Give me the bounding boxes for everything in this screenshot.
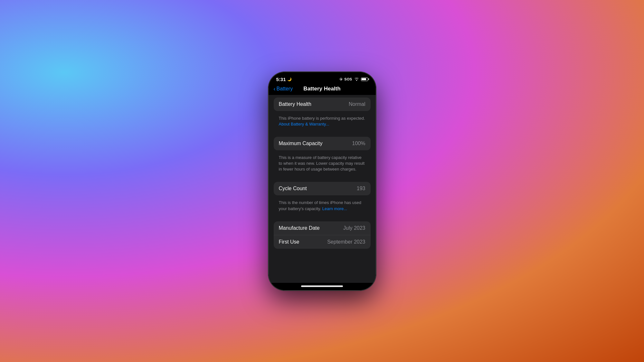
moon-icon: 🌙 (287, 77, 292, 81)
phone-frame: 5:31 🌙 SOS (268, 72, 376, 291)
home-indicator (269, 283, 376, 290)
cycle-count-value: 193 (357, 186, 365, 191)
first-use-label: First Use (279, 239, 299, 245)
cycle-count-label: Cycle Count (279, 186, 307, 191)
battery-health-card: Battery Health Normal (274, 97, 371, 111)
maximum-capacity-value: 100% (352, 141, 365, 146)
table-row: Battery Health Normal (274, 97, 371, 111)
manufacture-date-value: July 2023 (343, 225, 365, 231)
first-use-value: September 2023 (327, 239, 365, 245)
learn-more-link[interactable]: Learn more... (322, 206, 347, 211)
battery-health-value: Normal (349, 101, 365, 107)
table-row: Cycle Count 193 (274, 182, 371, 195)
sos-badge: SOS (344, 77, 352, 81)
status-icons: SOS (340, 77, 368, 82)
cycle-count-section: Cycle Count 193 This is the number of ti… (274, 182, 371, 216)
wifi-icon (354, 77, 359, 82)
time-display: 5:31 (276, 77, 286, 82)
dates-card: Manufacture Date July 2023 First Use Sep… (274, 221, 371, 249)
maximum-capacity-description: This is a measure of battery capacity re… (274, 153, 371, 177)
cycle-count-description: This is the number of times iPhone has u… (274, 198, 371, 216)
cycle-count-card: Cycle Count 193 (274, 182, 371, 195)
back-button[interactable]: ‹ Battery (274, 86, 293, 92)
battery-health-section: Battery Health Normal This iPhone batter… (274, 97, 371, 132)
airdrop-icon (340, 78, 342, 80)
phone-device: 5:31 🌙 SOS (268, 72, 376, 291)
battery-status-icon (361, 78, 368, 81)
maximum-capacity-section: Maximum Capacity 100% This is a measure … (274, 137, 371, 177)
nav-bar: ‹ Battery Battery Health (269, 85, 376, 95)
battery-health-description: This iPhone battery is performing as exp… (274, 114, 371, 132)
manufacture-date-label: Manufacture Date (279, 225, 320, 231)
content-area[interactable]: Battery Health Normal This iPhone batter… (269, 95, 376, 283)
page-title: Battery Health (303, 86, 340, 92)
maximum-capacity-card: Maximum Capacity 100% (274, 137, 371, 150)
table-row: First Use September 2023 (274, 235, 371, 249)
dates-section: Manufacture Date July 2023 First Use Sep… (274, 221, 371, 249)
screen: 5:31 🌙 SOS (269, 72, 376, 290)
battery-health-label: Battery Health (279, 101, 311, 107)
maximum-capacity-label: Maximum Capacity (279, 141, 323, 146)
table-row: Manufacture Date July 2023 (274, 221, 371, 235)
battery-warranty-link[interactable]: About Battery & Warranty... (279, 122, 329, 126)
status-time: 5:31 🌙 (276, 77, 292, 82)
back-chevron-icon: ‹ (274, 86, 276, 92)
status-bar: 5:31 🌙 SOS (269, 72, 376, 85)
table-row: Maximum Capacity 100% (274, 137, 371, 150)
home-bar (301, 285, 343, 287)
back-label: Battery (277, 86, 293, 92)
